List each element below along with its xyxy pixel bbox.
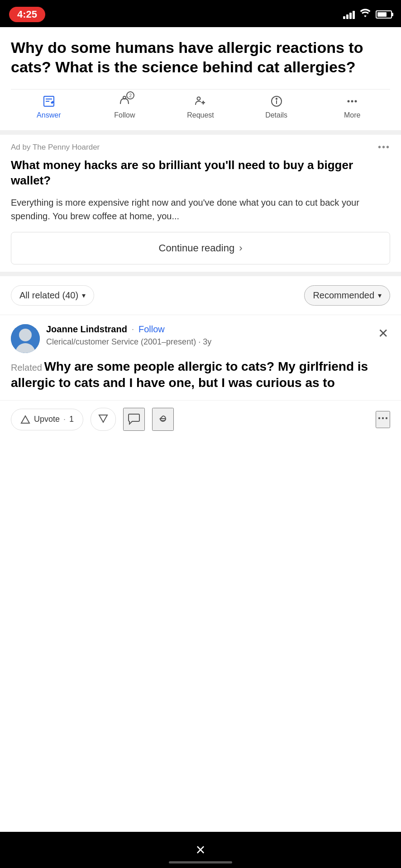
recommended-filter[interactable]: Recommended ▾ [304, 285, 390, 306]
svg-point-16 [382, 417, 384, 419]
bottom-bar: × [0, 832, 401, 868]
signal-icon [343, 10, 355, 19]
status-time: 4:25 [9, 7, 45, 22]
chevron-down-icon-2: ▾ [378, 291, 382, 300]
svg-point-10 [348, 100, 350, 103]
related-question-text: Why are some people allergic to cats? My… [11, 359, 368, 390]
comment-button[interactable] [123, 408, 145, 431]
recommended-label: Recommended [313, 290, 374, 301]
close-button[interactable]: × [196, 840, 205, 859]
request-icon [192, 93, 209, 109]
more-action[interactable]: More [334, 93, 370, 119]
ad-body: Everything is more expensive right now a… [11, 196, 390, 223]
avatar [11, 324, 40, 353]
related-label: Related [11, 363, 42, 373]
ad-more-dots[interactable]: ••• [378, 142, 390, 152]
more-label: More [344, 111, 360, 119]
ad-section: Ad by The Penny Hoarder ••• What money h… [0, 130, 401, 272]
answer-label: Answer [37, 111, 61, 119]
dot-separator: · [132, 325, 134, 334]
ad-title: What money hacks are so brilliant you'll… [11, 158, 390, 189]
chevron-right-icon: › [239, 242, 242, 254]
ad-label: Ad by The Penny Hoarder [11, 143, 100, 152]
upvote-icon [20, 415, 30, 425]
comment-icon [128, 412, 140, 425]
all-related-filter[interactable]: All related (40) ▾ [11, 285, 94, 306]
svg-marker-13 [21, 416, 29, 423]
answer-card: Joanne Lindstrand · Follow Clerical/cust… [0, 315, 401, 401]
user-meta: Clerical/customer Service (2001–present)… [46, 336, 211, 348]
follow-badge: 2 [126, 91, 134, 99]
user-info: Joanne Lindstrand · Follow Clerical/cust… [11, 324, 211, 353]
answer-follow-link[interactable]: Follow [138, 324, 165, 335]
answer-content: Related Why are some people allergic to … [11, 359, 390, 392]
answer-icon [41, 93, 57, 109]
continue-reading-label: Continue reading [159, 242, 235, 254]
user-name-row: Joanne Lindstrand · Follow [46, 324, 211, 335]
more-icon [344, 93, 360, 109]
share-button[interactable] [152, 408, 174, 431]
request-action[interactable]: Request [182, 93, 219, 119]
main-content: Why do some humans have allergic reactio… [0, 27, 401, 832]
svg-point-15 [378, 417, 380, 419]
follow-icon: 2 [116, 93, 133, 109]
more-dots-icon [377, 412, 389, 425]
more-actions-button[interactable] [376, 411, 390, 428]
svg-point-4 [197, 97, 200, 100]
svg-point-3 [123, 96, 126, 99]
all-related-label: All related (40) [19, 290, 78, 301]
home-indicator [169, 861, 232, 863]
follow-action[interactable]: 2 Follow [106, 93, 143, 119]
request-label: Request [187, 111, 214, 119]
svg-point-12 [355, 100, 357, 103]
details-label: Details [265, 111, 287, 119]
share-icon [157, 412, 169, 425]
related-question-area: Related Why are some people allergic to … [11, 359, 390, 392]
status-bar: 4:25 [0, 0, 401, 27]
details-icon [268, 93, 285, 109]
svg-point-17 [386, 417, 387, 419]
upvote-label: Upvote [34, 415, 60, 424]
battery-icon [376, 10, 392, 19]
chevron-down-icon: ▾ [82, 291, 86, 300]
upvote-count: 1 [69, 415, 74, 424]
details-action[interactable]: Details [258, 93, 295, 119]
user-name: Joanne Lindstrand [46, 324, 127, 335]
svg-point-11 [351, 100, 353, 103]
svg-point-9 [276, 98, 277, 99]
downvote-icon [98, 414, 108, 424]
continue-reading-button[interactable]: Continue reading › [11, 232, 390, 264]
close-answer-button[interactable]: ✕ [376, 324, 390, 343]
ad-header: Ad by The Penny Hoarder ••• [11, 142, 390, 152]
wifi-icon [359, 9, 371, 20]
answer-actions: Upvote · 1 [0, 400, 401, 438]
answer-action[interactable]: Answer [31, 93, 67, 119]
upvote-button[interactable]: Upvote · 1 [11, 409, 83, 430]
svg-marker-14 [99, 415, 107, 422]
filters-row: All related (40) ▾ Recommended ▾ [0, 272, 401, 315]
question-section: Why do some humans have allergic reactio… [0, 27, 401, 130]
downvote-button[interactable] [91, 408, 116, 431]
user-details: Joanne Lindstrand · Follow Clerical/cust… [46, 324, 211, 348]
avatar-image [11, 324, 40, 353]
answer-header: Joanne Lindstrand · Follow Clerical/cust… [11, 324, 390, 353]
follow-label: Follow [114, 111, 135, 119]
status-icons [343, 9, 392, 20]
dot-sep: · [63, 415, 66, 424]
action-bar: Answer 2 Follow [11, 89, 390, 123]
question-title: Why do some humans have allergic reactio… [11, 38, 390, 76]
